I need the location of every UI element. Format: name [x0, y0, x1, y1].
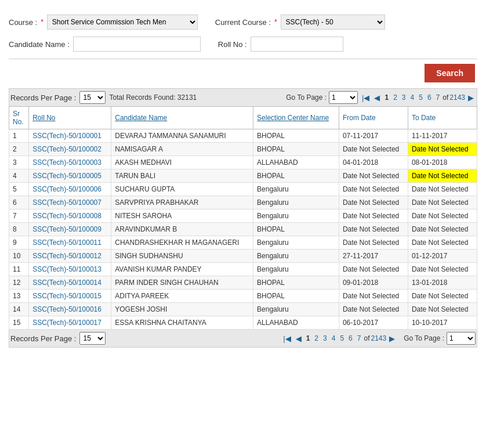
cell-to-date: Date Not Selected — [408, 303, 477, 316]
cell-from-date: 27-11-2017 — [339, 250, 408, 263]
current-course-select[interactable]: SSC(Tech) - 50 — [281, 15, 385, 30]
cell-center: Bengaluru — [253, 236, 339, 250]
cell-from-date: Date Not Selected — [339, 303, 408, 316]
page-link-1[interactable]: 1 — [383, 93, 390, 102]
cell-sr: 13 — [9, 290, 29, 303]
bottom-page-link-1[interactable]: 1 — [304, 334, 312, 343]
records-per-page-select[interactable]: 15 25 50 100 — [79, 91, 106, 104]
bottom-page-link-6[interactable]: 6 — [347, 334, 354, 343]
col-from-date: From Date — [339, 107, 408, 129]
course-label: Course : — [9, 18, 37, 27]
first-page-nav[interactable]: |◀ — [360, 93, 371, 103]
cell-name: SUCHARU GUPTA — [111, 183, 253, 196]
table-row: 7SSC(Tech)-50/100008NITESH SAROHABengalu… — [9, 209, 477, 223]
page-link-4[interactable]: 4 — [409, 93, 416, 102]
cell-from-date: Date Not Selected — [339, 183, 408, 196]
table-row: 10SSC(Tech)-50/100012SINGH SUDHANSHUBeng… — [9, 250, 477, 263]
bottom-page-link-5[interactable]: 5 — [338, 334, 346, 343]
bottom-first-page-nav[interactable]: |◀ — [281, 334, 292, 344]
cell-roll-no: SSC(Tech)-50/100001 — [29, 129, 111, 143]
cell-sr: 12 — [9, 276, 29, 290]
col-selection-center-link[interactable]: Selection Center Name — [257, 114, 329, 122]
go-to-page-select-bottom[interactable]: 1 — [447, 332, 476, 345]
course-select[interactable]: Short Service Commission Tech Men — [47, 15, 198, 30]
cell-center: BHOPAL — [253, 169, 339, 183]
next-page-nav[interactable]: ▶ — [466, 93, 476, 103]
cell-to-date: Date Not Selected — [408, 290, 477, 303]
cell-roll-no: SSC(Tech)-50/100014 — [29, 276, 111, 290]
cell-sr: 9 — [9, 236, 29, 250]
roll-no-input[interactable] — [251, 37, 343, 52]
cell-center: ALLAHABAD — [253, 316, 339, 330]
cell-from-date: Date Not Selected — [339, 196, 408, 209]
current-course-required: * — [274, 18, 277, 26]
cell-center: ALLAHABAD — [253, 156, 339, 169]
cell-to-date: Date Not Selected — [408, 223, 477, 236]
cell-roll-no: SSC(Tech)-50/100006 — [29, 183, 111, 196]
cell-to-date: 11-11-2017 — [408, 129, 477, 143]
col-sr-no: SrNo. — [9, 107, 29, 129]
cell-name: NAMISAGAR A — [111, 143, 253, 156]
table-row: 4SSC(Tech)-50/100005TARUN BALIBHOPALDate… — [9, 169, 477, 183]
total-pages-link[interactable]: 2143 — [449, 93, 465, 102]
col-selection-center[interactable]: Selection Center Name — [253, 107, 339, 129]
table-row: 9SSC(Tech)-50/100011CHANDRASHEKHAR H MAG… — [9, 236, 477, 250]
bottom-next-page-nav[interactable]: ▶ — [387, 334, 397, 344]
cell-from-date: Date Not Selected — [339, 263, 408, 276]
bottom-page-link-3[interactable]: 3 — [321, 334, 329, 343]
cell-name: PARM INDER SINGH CHAUHAN — [111, 276, 253, 290]
course-required: * — [41, 18, 43, 26]
table-row: 12SSC(Tech)-50/100014PARM INDER SINGH CH… — [9, 276, 477, 290]
cell-to-date: 13-01-2018 — [408, 276, 477, 290]
cell-roll-no: SSC(Tech)-50/100012 — [29, 250, 111, 263]
table-row: 15SSC(Tech)-50/100017ESSA KRISHNA CHAITA… — [9, 316, 477, 330]
go-to-page-label: Go To Page : — [286, 93, 327, 102]
cell-name: ESSA KRISHNA CHAITANYA — [111, 316, 253, 330]
cell-sr: 5 — [9, 183, 29, 196]
table-row: 8SSC(Tech)-50/100009ARAVINDKUMAR BBHOPAL… — [9, 223, 477, 236]
cell-to-date: 01-12-2017 — [408, 250, 477, 263]
search-button[interactable]: Search — [425, 64, 475, 82]
page-link-5[interactable]: 5 — [417, 93, 425, 102]
bottom-total-pages-link[interactable]: 2143 — [371, 334, 386, 342]
page-link-6[interactable]: 6 — [426, 93, 433, 102]
cell-name: ADITYA PAREEK — [111, 290, 253, 303]
col-roll-no[interactable]: Roll No — [29, 107, 111, 129]
cell-roll-no: SSC(Tech)-50/100002 — [29, 143, 111, 156]
table-header-row: SrNo. Roll No Candidate Name Selection C… — [9, 107, 477, 129]
col-candidate-name[interactable]: Candidate Name — [111, 107, 253, 129]
cell-roll-no: SSC(Tech)-50/100011 — [29, 236, 111, 250]
cell-center: BHOPAL — [253, 276, 339, 290]
bottom-records-per-page-label: Records Per Page : — [10, 334, 76, 343]
bottom-page-link-2[interactable]: 2 — [313, 334, 320, 343]
cell-name: NITESH SAROHA — [111, 209, 253, 223]
bottom-prev-page-nav[interactable]: ◀ — [294, 334, 303, 344]
cell-to-date: 10-10-2017 — [408, 316, 477, 330]
bottom-page-link-7[interactable]: 7 — [356, 334, 363, 343]
table-row: 11SSC(Tech)-50/100013AVANISH KUMAR PANDE… — [9, 263, 477, 276]
cell-roll-no: SSC(Tech)-50/100015 — [29, 290, 111, 303]
records-per-page-label: Records Per Page : — [10, 93, 76, 102]
page-link-3[interactable]: 3 — [400, 93, 408, 102]
cell-center: Bengaluru — [253, 196, 339, 209]
cell-roll-no: SSC(Tech)-50/100005 — [29, 169, 111, 183]
col-roll-no-link[interactable]: Roll No — [32, 114, 55, 122]
candidate-name-input[interactable] — [73, 37, 201, 52]
cell-center: Bengaluru — [253, 263, 339, 276]
bottom-records-per-page-select[interactable]: 15 25 50 100 — [79, 332, 106, 345]
table-row: 5SSC(Tech)-50/100006SUCHARU GUPTABengalu… — [9, 183, 477, 196]
col-to-date: To Date — [408, 107, 477, 129]
cell-from-date: Date Not Selected — [339, 209, 408, 223]
page-link-7[interactable]: 7 — [434, 93, 442, 102]
page-link-2[interactable]: 2 — [391, 93, 399, 102]
bottom-go-to-page-label: Go To Page : — [404, 334, 444, 342]
cell-center: BHOPAL — [253, 223, 339, 236]
cell-to-date: Date Not Selected — [408, 196, 477, 209]
cell-sr: 15 — [9, 316, 29, 330]
col-candidate-name-link[interactable]: Candidate Name — [115, 114, 167, 122]
cell-name: AKASH MEDHAVI — [111, 156, 253, 169]
go-to-page-select-top[interactable]: 1 — [329, 91, 358, 104]
bottom-page-link-4[interactable]: 4 — [330, 334, 338, 343]
prev-page-nav[interactable]: ◀ — [372, 93, 382, 103]
cell-to-date: Date Not Selected — [408, 263, 477, 276]
